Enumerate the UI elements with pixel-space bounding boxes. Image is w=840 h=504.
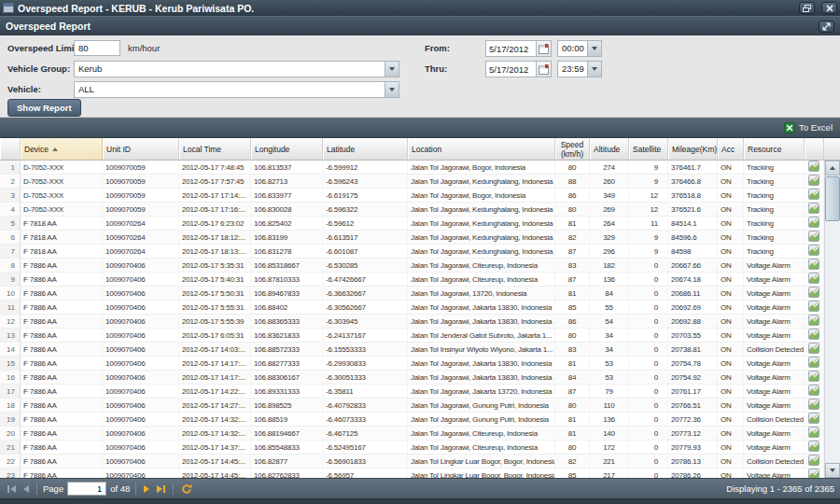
table-row[interactable]: 1 D-7052-XXX 1009070059 2012-05-17 7:48:… [0,161,824,175]
map-report-icon[interactable] [808,161,819,172]
vehicle-dropdown-trigger[interactable] [385,82,399,97]
latitude-cell: -6.36632667 [323,287,408,301]
table-row[interactable]: 14 F 7886 AA 1009070406 2012-05-17 14:03… [0,343,824,357]
map-report-icon[interactable] [808,343,819,354]
page-input[interactable] [67,482,106,496]
col-header-device[interactable]: Device [21,138,103,161]
to-excel-button[interactable]: To Excel [784,122,833,133]
table-row[interactable]: 20 F 7886 AA 1009070406 2012-05-17 14:32… [0,427,824,441]
vehicle-group-dropdown-trigger[interactable] [385,62,399,77]
satellite-cell: 0 [629,273,668,287]
thru-calendar-trigger[interactable] [536,62,551,77]
row-number-cell: 11 [0,301,21,315]
thru-time-select[interactable]: 23:59 [557,61,602,77]
table-row[interactable]: 7 F 7818 AA 1009070264 2012-05-17 18:13:… [0,245,824,259]
map-report-icon[interactable] [808,455,819,466]
thru-time-dropdown-trigger[interactable] [587,62,601,77]
table-row[interactable]: 16 F 7886 AA 1009070406 2012-05-17 14:17… [0,371,824,385]
table-row[interactable]: 8 F 7886 AA 1009070406 2012-05-17 5:35:3… [0,259,824,273]
table-row[interactable]: 18 F 7886 AA 1009070406 2012-05-17 14:27… [0,399,824,413]
map-report-icon[interactable] [808,427,819,438]
window-titlebar[interactable]: Overspeed Report - KERUB - Kerub Pariwis… [0,0,840,16]
from-time-select[interactable]: 00:00 [557,40,602,57]
vertical-scrollbar[interactable] [824,161,840,478]
scroll-up-button[interactable] [825,161,840,175]
table-row[interactable]: 2 D-7052-XXX 1009070059 2012-05-17 7:57:… [0,175,824,189]
table-row[interactable]: 3 D-7052-XXX 1009070059 2012-05-17 17:14… [0,189,824,203]
table-row[interactable]: 10 F 7886 AA 1009070406 2012-05-17 5:50:… [0,287,824,301]
map-report-icon[interactable] [808,399,819,410]
next-page-button[interactable] [142,485,151,493]
refresh-button[interactable] [179,483,194,495]
map-report-icon[interactable] [808,231,819,242]
satellite-cell: 0 [629,441,668,455]
col-header-unit-id[interactable]: Unit ID [103,138,179,161]
close-button[interactable] [821,2,837,14]
map-report-icon[interactable] [808,385,819,396]
from-time-dropdown-trigger[interactable] [587,41,601,56]
map-report-icon[interactable] [808,259,819,270]
chevron-down-icon [389,67,395,71]
row-action-cell [805,189,824,203]
restore-button[interactable] [799,2,815,14]
table-row[interactable]: 23 F 7886 AA 1009070406 2012-05-17 14:45… [0,469,824,478]
latitude-cell: -6.56901833 [323,455,408,469]
local-time-cell: 2012-05-17 5:55:31 [179,301,251,315]
map-report-icon[interactable] [808,203,819,214]
table-row[interactable]: 6 F 7818 AA 1009070264 2012-05-17 18:12:… [0,231,824,245]
map-report-icon[interactable] [808,329,819,340]
map-report-icon[interactable] [808,315,819,326]
col-header-local-time[interactable]: Local Time [179,138,251,161]
table-row[interactable]: 4 D-7052-XXX 1009070059 2012-05-17 17:16… [0,203,824,217]
first-page-button[interactable] [6,485,18,493]
overspeed-limit-input[interactable] [74,40,120,56]
col-header-acc[interactable]: Acc [718,138,744,161]
col-header-satellite[interactable]: Satellite [629,138,668,161]
map-report-icon[interactable] [808,301,819,312]
table-row[interactable]: 21 F 7886 AA 1009070406 2012-05-17 14:37… [0,441,824,455]
table-row[interactable]: 9 F 7886 AA 1009070406 2012-05-17 5:40:3… [0,273,824,287]
col-header-speed[interactable]: Speed(km/h) [555,138,590,161]
map-report-icon[interactable] [808,189,819,200]
table-row[interactable]: 11 F 7886 AA 1009070406 2012-05-17 5:55:… [0,301,824,315]
table-row[interactable]: 12 F 7886 AA 1009070406 2012-05-17 5:55:… [0,315,824,329]
col-header-longitude[interactable]: Longitude [251,138,323,161]
col-header-location[interactable]: Location [408,138,555,161]
col-header-mileage[interactable]: Mileage(Km) [668,138,718,161]
table-row[interactable]: 19 F 7886 AA 1009070406 2012-05-17 14:32… [0,413,824,427]
table-row[interactable]: 15 F 7886 AA 1009070406 2012-05-17 14:17… [0,357,824,371]
thru-date-field[interactable] [485,61,552,77]
map-report-icon[interactable] [808,245,819,256]
table-row[interactable]: 22 F 7886 AA 1009070406 2012-05-17 14:45… [0,455,824,469]
map-report-icon[interactable] [808,287,819,298]
vehicle-select[interactable]: ALL [74,81,399,98]
scroll-down-button[interactable] [825,463,840,478]
from-date-input[interactable] [486,41,536,56]
col-header-resource[interactable]: Resource [744,138,805,161]
device-cell: F 7886 AA [21,329,103,343]
col-header-altitude[interactable]: Altitude [590,138,629,161]
row-number-cell: 4 [0,203,21,217]
vehicle-group-select[interactable]: Kerub [74,61,399,77]
map-report-icon[interactable] [808,273,819,284]
scrollbar-thumb[interactable] [825,176,840,221]
map-report-icon[interactable] [808,357,819,368]
map-report-icon[interactable] [808,413,819,424]
map-report-icon[interactable] [808,217,819,228]
show-report-button[interactable]: Show Report [7,99,81,117]
expand-panel-button[interactable] [819,21,834,33]
table-row[interactable]: 13 F 7886 AA 1009070406 2012-05-17 6:05:… [0,329,824,343]
thru-date-input[interactable] [486,62,536,77]
map-report-icon[interactable] [808,371,819,382]
col-header-latitude[interactable]: Latitude [323,138,408,161]
vehicle-group-label: Vehicle Group: [7,63,70,74]
map-report-icon[interactable] [808,469,819,478]
last-page-button[interactable] [155,485,167,493]
from-calendar-trigger[interactable] [536,41,551,56]
map-report-icon[interactable] [808,175,819,186]
table-row[interactable]: 5 F 7818 AA 1009070264 2012-05-17 6:23:0… [0,217,824,231]
map-report-icon[interactable] [808,441,819,452]
table-row[interactable]: 17 F 7886 AA 1009070406 2012-05-17 14:22… [0,385,824,399]
from-date-field[interactable] [485,40,552,57]
prev-page-button[interactable] [21,485,31,493]
